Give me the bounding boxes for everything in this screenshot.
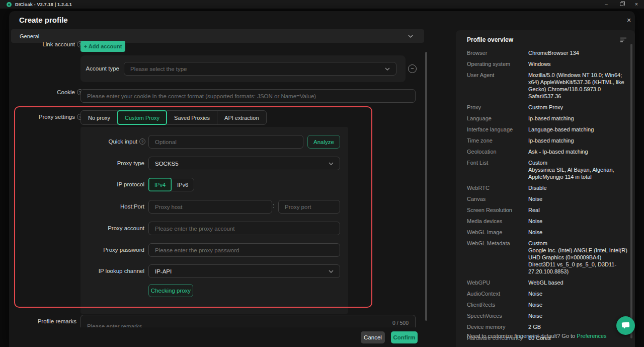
proxy-tab-api-extraction[interactable]: API extraction [217, 110, 266, 125]
close-window-button[interactable]: × [629, 0, 644, 9]
overview-row-label: WebGL Metadata [467, 240, 528, 275]
overview-scrollbar[interactable] [630, 44, 632, 338]
section-general-header[interactable]: General [11, 29, 424, 43]
overview-row-value: ChromeBrowser 134 [528, 49, 628, 56]
proxy-account-label: Proxy account [85, 225, 144, 231]
proxy-settings-label: Proxy settings ? [14, 114, 83, 120]
overview-row-value: Ip-based matching [528, 115, 628, 122]
overview-row: User AgentMozilla/5.0 (Windows NT 10.0; … [467, 72, 628, 100]
proxy-password-input[interactable] [148, 243, 340, 257]
overview-row: WebRTCDisable [467, 184, 628, 191]
account-card: Account type Please select the type [80, 55, 406, 82]
modal-close-icon[interactable]: × [624, 15, 634, 25]
form-scrollbar[interactable] [425, 52, 427, 321]
overview-row-value: Custom Google Inc. (Intel) ANGLE (Intel,… [528, 240, 628, 275]
section-general-label: General [20, 33, 39, 39]
overview-row-value: Noise [528, 301, 628, 308]
quick-input[interactable] [148, 135, 303, 149]
panel-options-icon[interactable] [620, 37, 627, 43]
modal-footer: Cancel Confirm [9, 327, 426, 347]
overview-row-value: Custom Proxy [528, 104, 628, 111]
help-icon[interactable]: ? [139, 138, 145, 145]
custom-proxy-panel [80, 127, 348, 314]
create-profile-modal: Create profile × General Link account ? … [9, 11, 635, 347]
overview-row-label: Proxy [467, 104, 528, 111]
cancel-button[interactable]: Cancel [361, 331, 385, 343]
overview-row-value: Disable [528, 184, 628, 191]
overview-row: Interface languageLanguage-based matchin… [467, 126, 628, 133]
chat-support-button[interactable] [616, 316, 635, 335]
overview-row-label: WebGPU [467, 279, 528, 286]
minimize-button[interactable]: – [599, 0, 614, 9]
overview-row-label: WebGL Image [467, 229, 528, 236]
ip-protocol-option-ipv6[interactable]: IPv6 [171, 178, 194, 191]
overview-row: ClientRectsNoise [467, 301, 628, 308]
proxy-tab-saved-proxies[interactable]: Saved Proxies [167, 110, 217, 125]
overview-row: BrowserChromeBrowser 134 [467, 49, 628, 56]
proxy-tab-no-proxy[interactable]: No proxy [80, 110, 118, 125]
overview-row-value: Language-based matching [528, 126, 628, 133]
remove-account-button[interactable]: − [408, 64, 417, 73]
overview-row-label: User Agent [467, 72, 528, 100]
restore-icon [620, 3, 623, 6]
profile-overview-rows: BrowserChromeBrowser 134Operating system… [467, 49, 628, 345]
overview-row: WebGPUWebGL based [467, 279, 628, 286]
host-port-label: Host:Port [85, 203, 144, 210]
add-account-button[interactable]: + Add account [80, 41, 125, 52]
overview-row-label: Operating system [467, 60, 528, 67]
overview-row-value: Noise [528, 312, 628, 319]
quick-input-label: Quick input ? [85, 138, 145, 145]
proxy-port-input[interactable] [278, 200, 340, 214]
cookie-input[interactable] [80, 89, 416, 103]
proxy-type-label: Proxy type [85, 160, 144, 166]
modal-title: Create profile [19, 16, 68, 24]
proxy-host-input[interactable] [148, 200, 272, 214]
preferences-link[interactable]: Preferences [577, 333, 606, 339]
overview-row-label: WebRTC [467, 184, 528, 191]
overview-row-value: Custom Abyssinica SIL, Al Bayan, Algeria… [528, 159, 628, 180]
analyze-button[interactable]: Analyze [307, 135, 340, 149]
proxy-type-select[interactable]: SOCKS5 [148, 157, 340, 170]
account-type-select[interactable]: Please select the type [124, 62, 396, 76]
overview-row-value: Ask - Ip-based matching [528, 148, 628, 155]
account-type-label: Account type [80, 65, 119, 72]
overview-row: Device memory2 GB [467, 323, 628, 330]
checking-proxy-button[interactable]: Checking proxy [148, 284, 193, 297]
overview-row-value: WebGL based [528, 279, 628, 286]
proxy-tab-custom-proxy[interactable]: Custom Proxy [117, 110, 167, 125]
overview-row-value: Noise [528, 290, 628, 297]
overview-row: CanvasNoise [467, 195, 628, 202]
profile-remarks-label: Profile remarks [14, 318, 76, 324]
proxy-account-input[interactable] [148, 222, 340, 235]
overview-row-value: 2 GB [528, 323, 628, 330]
app-logo-icon [7, 2, 12, 7]
chevron-down-icon [329, 162, 334, 165]
ip-lookup-select[interactable]: IP-API [148, 264, 340, 278]
overview-row-value: Ip-based matching [528, 137, 628, 144]
overview-row: Operating systemWindows [467, 60, 628, 67]
overview-row: LanguageIp-based matching [467, 115, 628, 122]
ip-protocol-option-ipv4[interactable]: IPv4 [148, 178, 172, 191]
chevron-down-icon [385, 67, 390, 71]
overview-row-label: Media devices [467, 218, 528, 225]
overview-row: Screen ResolutionReal [467, 206, 628, 214]
overview-row: Media devicesNoise [467, 218, 628, 225]
profile-overview-panel: Profile overview BrowserChromeBrowser 13… [456, 30, 635, 347]
app-window: DICloak - V2.7.18 | 1.2.4.1 – × Create p… [0, 0, 644, 347]
overview-row-value: Noise [528, 218, 628, 225]
overview-row: AudioContextNoise [467, 290, 628, 297]
fingerprint-note: Need to customize fingerprint default? G… [467, 333, 628, 339]
overview-row-value: Windows [528, 60, 628, 67]
confirm-button[interactable]: Confirm [391, 331, 418, 343]
overview-row-label: Browser [467, 49, 528, 56]
overview-row: WebGL MetadataCustom Google Inc. (Intel)… [467, 240, 628, 275]
overview-row-label: Geolocation [467, 148, 528, 155]
overview-row-value: Noise [528, 229, 628, 236]
overview-row: GeolocationAsk - Ip-based matching [467, 148, 628, 155]
overview-row-value: Noise [528, 195, 628, 202]
restore-button[interactable] [614, 0, 629, 9]
overview-row: WebGL ImageNoise [467, 229, 628, 236]
overview-row-label: Time zone [467, 137, 528, 144]
window-controls: – × [599, 0, 644, 9]
ip-lookup-label: IP lookup channel [85, 268, 144, 274]
